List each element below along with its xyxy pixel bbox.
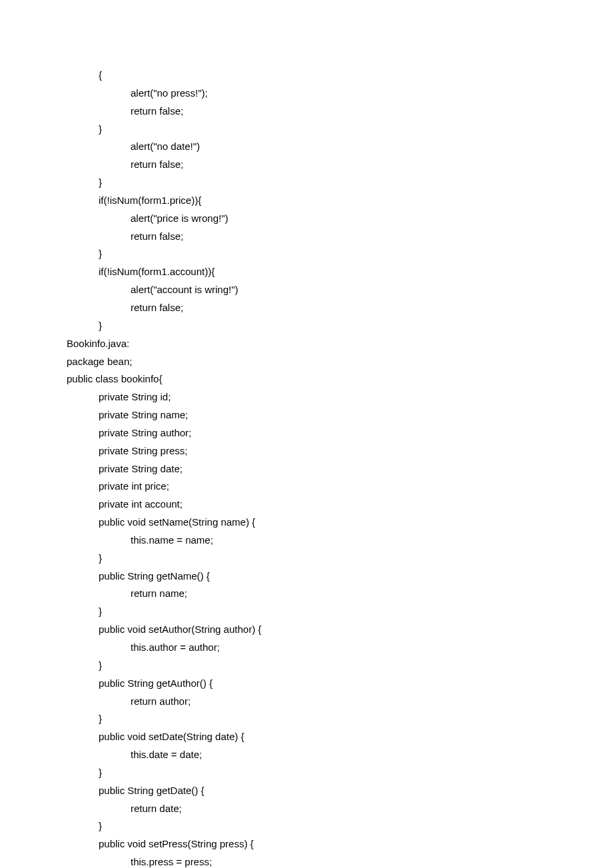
code-block: {alert("no press!");return false;}alert(… <box>67 67 546 868</box>
code-line: package bean; <box>67 353 546 371</box>
code-line: public String getName() { <box>67 568 546 586</box>
code-line: } <box>67 245 546 263</box>
code-line: } <box>67 764 546 782</box>
code-line: private int price; <box>67 478 546 496</box>
code-line: return false; <box>67 156 546 174</box>
code-line: return author; <box>67 693 546 711</box>
code-line: } <box>67 317 546 335</box>
code-line: return date; <box>67 800 546 818</box>
code-line: } <box>67 657 546 675</box>
document-page: {alert("no press!");return false;}alert(… <box>0 0 613 868</box>
code-line: { <box>67 67 546 85</box>
code-line: public void setName(String name) { <box>67 514 546 532</box>
code-line: this.press = press; <box>67 853 546 868</box>
code-line: public String getAuthor() { <box>67 675 546 693</box>
code-line: return false; <box>67 228 546 246</box>
code-line: } <box>67 710 546 728</box>
code-line: private String id; <box>67 388 546 406</box>
code-line: private String date; <box>67 460 546 478</box>
code-line: if(!isNum(form1.price)){ <box>67 192 546 210</box>
code-line: } <box>67 550 546 568</box>
code-line: public String getDate() { <box>67 782 546 800</box>
code-line: public void setPress(String press) { <box>67 835 546 853</box>
code-line: } <box>67 603 546 621</box>
code-line: Bookinfo.java: <box>67 335 546 353</box>
code-line: private String author; <box>67 424 546 442</box>
code-line: } <box>67 174 546 192</box>
code-line: this.author = author; <box>67 639 546 657</box>
code-line: public void setDate(String date) { <box>67 728 546 746</box>
code-line: this.name = name; <box>67 532 546 550</box>
code-line: return false; <box>67 103 546 121</box>
code-line: alert("account is wring!") <box>67 281 546 299</box>
code-line: alert("price is wrong!") <box>67 210 546 228</box>
code-line: alert("no date!") <box>67 138 546 156</box>
code-line: private String press; <box>67 442 546 460</box>
code-line: this.date = date; <box>67 746 546 764</box>
code-line: public class bookinfo{ <box>67 370 546 388</box>
code-line: private String name; <box>67 406 546 424</box>
code-line: alert("no press!"); <box>67 85 546 103</box>
code-line: public void setAuthor(String author) { <box>67 621 546 639</box>
code-line: } <box>67 121 546 139</box>
code-line: return name; <box>67 585 546 603</box>
code-line: if(!isNum(form1.account)){ <box>67 263 546 281</box>
code-line: private int account; <box>67 496 546 514</box>
code-line: return false; <box>67 299 546 317</box>
code-line: } <box>67 817 546 835</box>
